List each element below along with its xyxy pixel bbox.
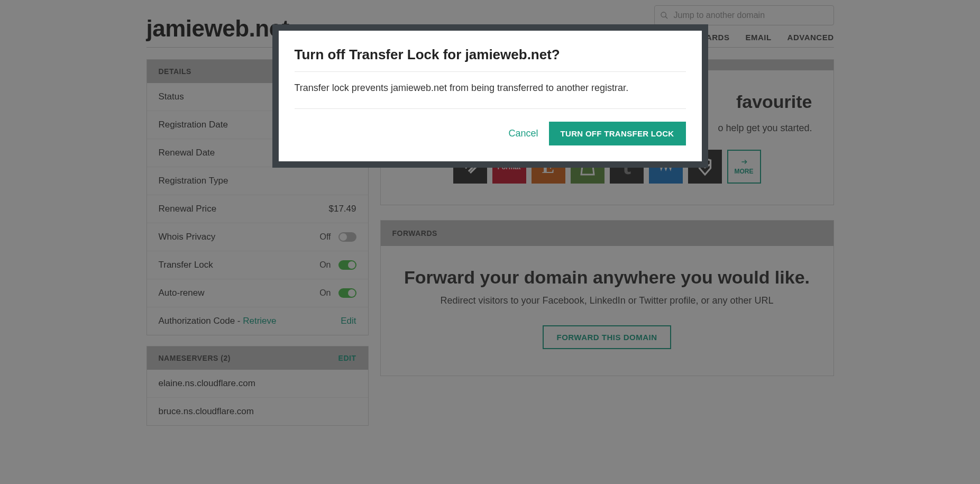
turn-off-transfer-lock-button[interactable]: TURN OFF TRANSFER LOCK — [549, 122, 686, 145]
modal-overlay[interactable]: Turn off Transfer Lock for jamieweb.net?… — [0, 0, 980, 484]
modal: Turn off Transfer Lock for jamieweb.net?… — [272, 24, 708, 168]
cancel-button[interactable]: Cancel — [509, 128, 538, 139]
modal-body: Transfer lock prevents jamieweb.net from… — [295, 72, 686, 109]
modal-title: Turn off Transfer Lock for jamieweb.net? — [295, 47, 686, 72]
